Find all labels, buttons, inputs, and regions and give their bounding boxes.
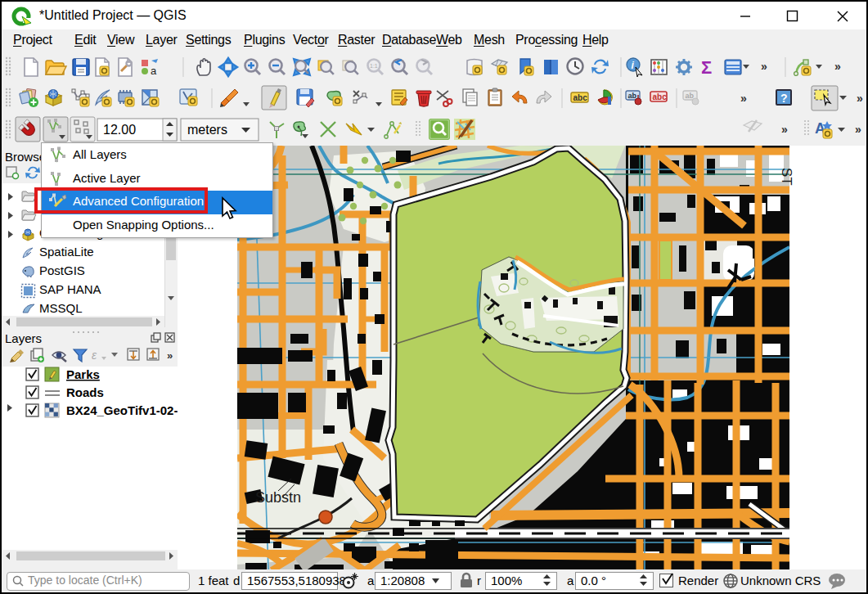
svg-text:Parks: Parks	[66, 367, 100, 381]
svg-text:abc: abc	[573, 93, 588, 102]
svg-text:»: »	[740, 92, 747, 105]
svg-text:BX24_GeoTifv1-02-: BX24_GeoTifv1-02-	[66, 403, 178, 417]
svg-text:ε: ε	[92, 349, 97, 362]
svg-text:1:1: 1:1	[370, 63, 378, 69]
svg-text:meters: meters	[187, 123, 227, 137]
svg-text:abc: abc	[653, 92, 668, 101]
svg-text:»: »	[781, 123, 788, 136]
svg-text:ab: ab	[628, 92, 637, 100]
svg-text:»: »	[834, 60, 841, 73]
svg-text:SAP HANA: SAP HANA	[39, 282, 101, 296]
svg-text:Σ: Σ	[701, 57, 712, 78]
svg-text:ab: ab	[686, 92, 695, 100]
svg-text:»: »	[761, 60, 767, 73]
svg-text:MSSQL: MSSQL	[39, 301, 83, 315]
svg-text:a: a	[151, 65, 157, 77]
svg-text:»: »	[167, 349, 173, 362]
svg-text:?: ?	[780, 92, 788, 105]
svg-text:ST: ST	[779, 168, 794, 186]
svg-text:»: »	[857, 92, 863, 105]
svg-text:»: »	[855, 123, 861, 136]
svg-text:12.00: 12.00	[103, 123, 136, 137]
svg-text:Roads: Roads	[66, 385, 104, 399]
svg-text:SpatiaLite: SpatiaLite	[39, 245, 94, 259]
svg-text:Substn: Substn	[255, 489, 301, 506]
svg-text:PostGIS: PostGIS	[39, 263, 85, 277]
